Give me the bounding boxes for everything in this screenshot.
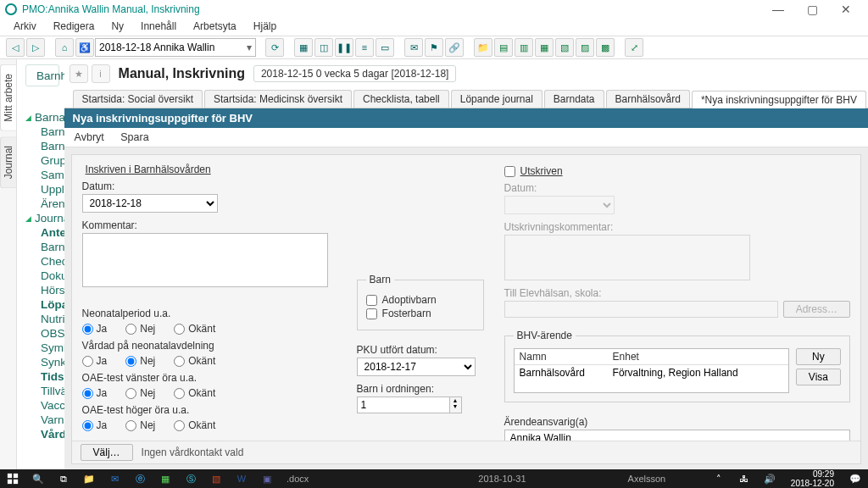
- taskview-icon[interactable]: ⧉: [51, 469, 76, 488]
- vtab-mitt-arbete[interactable]: Mitt arbete: [0, 64, 16, 131]
- link-icon[interactable]: 🔗: [445, 38, 464, 57]
- folder-icon[interactable]: 📁: [474, 38, 492, 57]
- kommentar-textarea[interactable]: [82, 233, 328, 287]
- sidebar-item[interactable]: Upplysning: [25, 182, 59, 197]
- header-btn-2[interactable]: i: [92, 64, 110, 83]
- nav-back-button[interactable]: ◁: [6, 38, 25, 57]
- task-doc[interactable]: .docx: [287, 474, 309, 484]
- search-icon[interactable]: 🔍: [25, 469, 51, 488]
- tray-vol-icon[interactable]: 🔊: [757, 469, 782, 488]
- list-icon[interactable]: ≡: [355, 38, 374, 57]
- close-button[interactable]: ✕: [829, 0, 863, 19]
- doc5-icon[interactable]: ▩: [596, 38, 615, 57]
- outlook-icon[interactable]: ✉: [102, 469, 127, 488]
- neonatal-okant[interactable]: [174, 324, 185, 335]
- document-tab[interactable]: Startsida: Social översikt: [73, 90, 203, 108]
- sidebar-item[interactable]: Checklista: [25, 254, 59, 269]
- sidebar-item[interactable]: Vaccination: [25, 398, 59, 413]
- document-tab[interactable]: Checklista, tabell: [353, 90, 449, 108]
- header-btn-1[interactable]: ★: [70, 64, 88, 83]
- word-icon[interactable]: W: [229, 469, 254, 488]
- excel-icon[interactable]: ▦: [153, 469, 178, 488]
- doc4-icon[interactable]: ▨: [576, 38, 594, 57]
- sidebar-item[interactable]: Ärende: [25, 197, 59, 211]
- context-selector[interactable]: 2018-12-18 Annika Wallin ▾: [95, 38, 256, 57]
- split-icon[interactable]: ◫: [314, 38, 333, 57]
- doc3-icon[interactable]: ▧: [555, 38, 574, 57]
- refresh-button[interactable]: ⟳: [265, 38, 284, 57]
- menu-arkiv[interactable]: Arkiv: [5, 19, 45, 36]
- sidebar-item[interactable]: Tidsserie: [25, 369, 59, 384]
- teams-icon[interactable]: ▣: [254, 469, 280, 488]
- doc2-icon[interactable]: ▦: [535, 38, 554, 57]
- panel-icon[interactable]: ▭: [376, 38, 394, 57]
- datum-select[interactable]: 2018-12-18: [82, 194, 218, 213]
- grid-icon[interactable]: ▦: [294, 38, 313, 57]
- menu-arbetsyta[interactable]: Arbetsyta: [185, 19, 245, 36]
- oaeh-okant[interactable]: [174, 420, 185, 431]
- sidebar-item[interactable]: Hörselkontroll: [25, 283, 59, 297]
- tray-up-icon[interactable]: ˄: [706, 469, 732, 488]
- oaev-nej[interactable]: [125, 388, 136, 399]
- vardad-ja[interactable]: [82, 356, 93, 367]
- oaev-okant[interactable]: [174, 388, 185, 399]
- ny-button[interactable]: Ny: [796, 348, 841, 365]
- menu-innehall[interactable]: Innehåll: [132, 19, 185, 36]
- sidebar-section[interactable]: Journal: [25, 211, 59, 225]
- oaeh-ja[interactable]: [82, 420, 93, 431]
- note-icon[interactable]: ▤: [494, 38, 513, 57]
- sidebar-item[interactable]: Synkontroll: [25, 355, 59, 369]
- document-tab[interactable]: Löpande journal: [451, 90, 542, 108]
- spinner-down[interactable]: ▼: [450, 403, 461, 409]
- tray-net-icon[interactable]: 🖧: [732, 469, 757, 488]
- ie-icon[interactable]: ⓔ: [127, 469, 153, 488]
- maximize-button[interactable]: ▢: [795, 0, 829, 19]
- neonatal-ja[interactable]: [82, 324, 93, 335]
- sidebar-item[interactable]: Anteckning: [25, 225, 59, 240]
- tray-clock[interactable]: 09:29 2018-12-20: [782, 469, 843, 488]
- visa-button[interactable]: Visa: [796, 369, 841, 385]
- sidebar-item[interactable]: Grupper: [25, 153, 59, 168]
- ordning-input[interactable]: [357, 396, 450, 413]
- sidebar-item[interactable]: Vårdkontakt: [25, 427, 59, 441]
- start-button[interactable]: [0, 469, 25, 488]
- sidebar-item[interactable]: Barndata: [25, 125, 59, 139]
- cancel-action[interactable]: Avbryt: [75, 131, 104, 143]
- sidebar-item[interactable]: Barnets utveckling: [25, 240, 59, 254]
- sidebar-section[interactable]: Barnadministration: [25, 110, 59, 125]
- doc1-icon[interactable]: ▥: [515, 38, 533, 57]
- document-tab[interactable]: Startsida: Medicinsk översikt: [204, 90, 352, 108]
- document-tab[interactable]: *Nya inskrivningsuppgifter för BHV: [692, 91, 866, 108]
- sidebar-item[interactable]: Varning: [25, 413, 59, 427]
- menu-hjalp[interactable]: Hjälp: [245, 19, 285, 36]
- pause-icon[interactable]: ❚❚: [335, 38, 353, 57]
- sidebar-item[interactable]: Sammanslagning: [25, 168, 59, 182]
- vardad-okant[interactable]: [174, 356, 185, 367]
- table-row[interactable]: BarnhälsovårdFörvaltning, Region Halland: [515, 365, 788, 380]
- sidebar-item[interactable]: Symbol: [25, 341, 59, 355]
- sidebar-item[interactable]: Dokument: [25, 269, 59, 283]
- flag-icon[interactable]: ⚑: [425, 38, 443, 57]
- save-action[interactable]: Spara: [120, 131, 148, 143]
- document-tab[interactable]: Barndata: [544, 90, 604, 108]
- skype-icon[interactable]: Ⓢ: [178, 469, 203, 488]
- tray-notify-icon[interactable]: 💬: [843, 469, 868, 488]
- menu-redigera[interactable]: Redigera: [45, 19, 103, 36]
- pku-select[interactable]: 2018-12-17: [357, 358, 476, 376]
- document-tab[interactable]: Barnhälsovård: [606, 90, 690, 108]
- sidebar-item[interactable]: Löpande journal: [25, 297, 59, 312]
- expand-icon[interactable]: ⤢: [625, 38, 643, 57]
- minimize-button[interactable]: —: [761, 0, 795, 19]
- sidebar-item[interactable]: Tillväxt: [25, 384, 59, 398]
- spinner-up[interactable]: ▲: [450, 397, 461, 403]
- menu-ny[interactable]: Ny: [103, 19, 132, 36]
- nav-fwd-button[interactable]: ▷: [26, 38, 45, 57]
- foster-checkbox[interactable]: [366, 308, 377, 319]
- home-button[interactable]: ⌂: [55, 38, 74, 57]
- explorer-icon[interactable]: 📁: [76, 469, 102, 488]
- vardad-nej[interactable]: [125, 356, 136, 367]
- utskriven-checkbox[interactable]: [504, 166, 515, 177]
- wheel-icon[interactable]: ♿: [75, 38, 94, 57]
- ppt-icon[interactable]: ▧: [203, 469, 229, 488]
- mail-icon[interactable]: ✉: [404, 38, 423, 57]
